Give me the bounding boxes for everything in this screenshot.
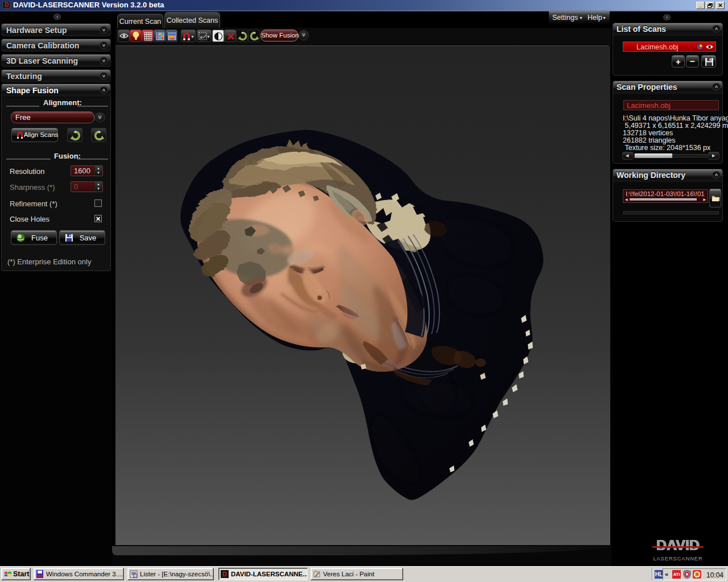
svg-text:D: D: [222, 571, 227, 577]
